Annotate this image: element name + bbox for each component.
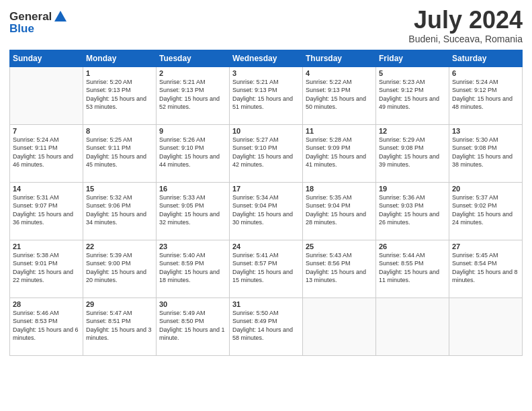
col-tuesday: Tuesday [157, 50, 230, 66]
sunset: Sunset: 9:08 PM [452, 144, 497, 151]
calendar-cell: 29Sunrise: 5:47 AMSunset: 8:51 PMDayligh… [83, 298, 157, 355]
sunrise: Sunrise: 5:32 AM [86, 194, 132, 201]
sunset: Sunset: 9:09 PM [306, 144, 351, 151]
day-info: Sunrise: 5:27 AMSunset: 9:10 PMDaylight:… [232, 136, 300, 169]
day-number: 21 [13, 242, 80, 250]
day-info: Sunrise: 5:20 AMSunset: 9:13 PMDaylight:… [86, 78, 153, 111]
col-sunday: Sunday [10, 50, 83, 66]
day-number: 27 [452, 242, 519, 250]
sunset: Sunset: 9:12 PM [452, 87, 497, 93]
week-row-2: 7Sunrise: 5:24 AMSunset: 9:11 PMDaylight… [10, 124, 523, 182]
sunrise: Sunrise: 5:31 AM [13, 194, 59, 201]
day-number: 8 [86, 127, 153, 135]
day-info: Sunrise: 5:21 AMSunset: 9:13 PMDaylight:… [159, 78, 226, 111]
daylight: Daylight: 15 hours and 53 minutes. [86, 95, 146, 111]
calendar-cell: 28Sunrise: 5:46 AMSunset: 8:53 PMDayligh… [10, 298, 83, 355]
day-info: Sunrise: 5:49 AMSunset: 8:50 PMDaylight:… [159, 309, 226, 342]
calendar-cell: 22Sunrise: 5:39 AMSunset: 9:00 PMDayligh… [83, 240, 157, 298]
day-info: Sunrise: 5:36 AMSunset: 9:03 PMDaylight:… [379, 193, 446, 227]
svg-marker-0 [54, 11, 66, 21]
sunset: Sunset: 9:11 PM [86, 144, 131, 151]
day-number: 26 [379, 242, 446, 250]
day-number: 4 [306, 69, 373, 77]
daylight: Daylight: 15 hours and 52 minutes. [159, 95, 220, 111]
day-info: Sunrise: 5:29 AMSunset: 9:08 PMDaylight:… [379, 136, 446, 169]
day-number: 22 [86, 242, 153, 250]
daylight: Daylight: 15 hours and 42 minutes. [232, 153, 293, 169]
sunrise: Sunrise: 5:43 AM [306, 252, 352, 259]
col-wednesday: Wednesday [230, 50, 303, 66]
day-info: Sunrise: 5:32 AMSunset: 9:06 PMDaylight:… [86, 193, 153, 227]
day-number: 20 [452, 185, 519, 193]
sunrise: Sunrise: 5:40 AM [159, 252, 206, 259]
sunrise: Sunrise: 5:21 AM [232, 79, 279, 85]
daylight: Daylight: 15 hours and 50 minutes. [306, 95, 366, 111]
calendar-cell: 11Sunrise: 5:28 AMSunset: 9:09 PMDayligh… [303, 124, 376, 182]
sunrise: Sunrise: 5:49 AM [159, 310, 206, 316]
day-number: 9 [159, 127, 226, 135]
col-saturday: Saturday [449, 50, 523, 66]
day-info: Sunrise: 5:38 AMSunset: 9:01 PMDaylight:… [13, 251, 80, 285]
logo-blue: Blue [9, 22, 68, 36]
sunrise: Sunrise: 5:20 AM [86, 79, 132, 85]
day-info: Sunrise: 5:40 AMSunset: 8:59 PMDaylight:… [159, 251, 226, 285]
daylight: Daylight: 15 hours and 45 minutes. [86, 153, 146, 169]
calendar-cell: 19Sunrise: 5:36 AMSunset: 9:03 PMDayligh… [376, 182, 449, 240]
calendar-cell: 27Sunrise: 5:45 AMSunset: 8:54 PMDayligh… [449, 240, 523, 298]
calendar-cell: 6Sunrise: 5:24 AMSunset: 9:12 PMDaylight… [449, 66, 523, 124]
sunset: Sunset: 9:12 PM [379, 87, 424, 93]
day-number: 31 [232, 300, 300, 308]
sunset: Sunset: 9:07 PM [13, 202, 58, 209]
sunset: Sunset: 8:49 PM [232, 318, 277, 324]
day-number: 2 [159, 69, 226, 77]
calendar-cell: 5Sunrise: 5:23 AMSunset: 9:12 PMDaylight… [376, 66, 449, 124]
day-number: 5 [379, 69, 446, 77]
daylight: Daylight: 15 hours and 30 minutes. [232, 211, 293, 226]
day-info: Sunrise: 5:35 AMSunset: 9:04 PMDaylight:… [306, 193, 373, 227]
daylight: Daylight: 15 hours and 8 minutes. [452, 269, 518, 284]
sunrise: Sunrise: 5:29 AM [379, 136, 425, 143]
calendar-cell: 20Sunrise: 5:37 AMSunset: 9:02 PMDayligh… [449, 182, 523, 240]
sunset: Sunset: 9:10 PM [159, 144, 204, 151]
day-number: 1 [86, 69, 153, 77]
sunset: Sunset: 9:13 PM [306, 87, 351, 93]
calendar-cell: 30Sunrise: 5:49 AMSunset: 8:50 PMDayligh… [157, 298, 230, 355]
sunrise: Sunrise: 5:26 AM [159, 136, 206, 143]
sunrise: Sunrise: 5:37 AM [452, 194, 498, 201]
sunrise: Sunrise: 5:28 AM [306, 136, 352, 143]
sunset: Sunset: 8:50 PM [159, 318, 204, 324]
sunrise: Sunrise: 5:34 AM [232, 194, 279, 201]
sunrise: Sunrise: 5:35 AM [306, 194, 352, 201]
calendar-cell: 23Sunrise: 5:40 AMSunset: 8:59 PMDayligh… [157, 240, 230, 298]
daylight: Daylight: 15 hours and 24 minutes. [452, 211, 513, 226]
day-info: Sunrise: 5:41 AMSunset: 8:57 PMDaylight:… [232, 251, 300, 285]
calendar-cell: 25Sunrise: 5:43 AMSunset: 8:56 PMDayligh… [303, 240, 376, 298]
sunset: Sunset: 8:56 PM [306, 260, 351, 267]
day-number: 16 [159, 185, 226, 193]
daylight: Daylight: 15 hours and 20 minutes. [86, 269, 146, 284]
daylight: Daylight: 15 hours and 41 minutes. [306, 153, 366, 169]
week-row-1: 1Sunrise: 5:20 AMSunset: 9:13 PMDaylight… [10, 66, 523, 124]
page-container: General Blue July 2024 Budeni, Suceava, … [0, 0, 532, 361]
daylight: Daylight: 15 hours and 39 minutes. [379, 153, 439, 169]
sunset: Sunset: 8:53 PM [13, 318, 58, 324]
col-friday: Friday [376, 50, 449, 66]
daylight: Daylight: 15 hours and 34 minutes. [86, 211, 146, 226]
sunrise: Sunrise: 5:45 AM [452, 252, 498, 259]
day-info: Sunrise: 5:47 AMSunset: 8:51 PMDaylight:… [86, 309, 153, 342]
col-monday: Monday [83, 50, 157, 66]
calendar-cell [376, 298, 449, 355]
sunset: Sunset: 9:13 PM [232, 87, 277, 93]
calendar-cell: 1Sunrise: 5:20 AMSunset: 9:13 PMDaylight… [83, 66, 157, 124]
daylight: Daylight: 15 hours and 46 minutes. [13, 153, 73, 169]
logo: General Blue [9, 9, 68, 36]
calendar-cell: 13Sunrise: 5:30 AMSunset: 9:08 PMDayligh… [449, 124, 523, 182]
sunset: Sunset: 8:57 PM [232, 260, 277, 267]
header-row: Sunday Monday Tuesday Wednesday Thursday… [10, 50, 523, 66]
daylight: Daylight: 15 hours and 18 minutes. [159, 269, 220, 284]
day-info: Sunrise: 5:44 AMSunset: 8:55 PMDaylight:… [379, 251, 446, 285]
sunset: Sunset: 9:08 PM [379, 144, 424, 151]
calendar-cell: 14Sunrise: 5:31 AMSunset: 9:07 PMDayligh… [10, 182, 83, 240]
day-info: Sunrise: 5:39 AMSunset: 9:00 PMDaylight:… [86, 251, 153, 285]
calendar-cell: 3Sunrise: 5:21 AMSunset: 9:13 PMDaylight… [230, 66, 303, 124]
